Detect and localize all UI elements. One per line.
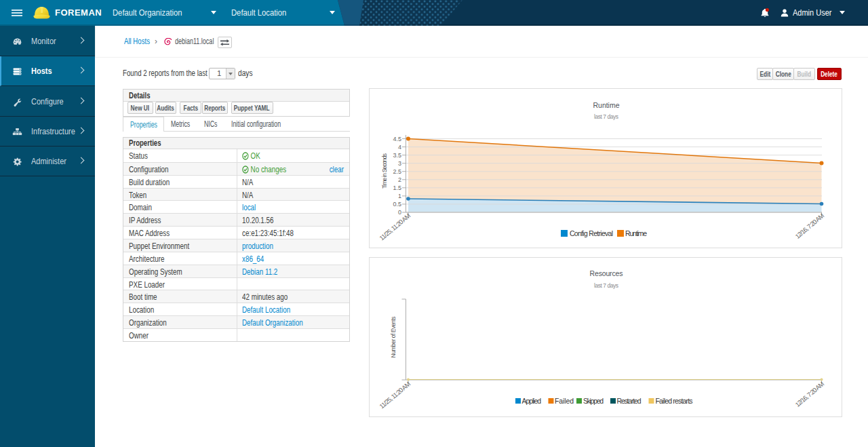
svg-text:last 7 days: last 7 days	[594, 282, 618, 289]
svg-text:Runtime: Runtime	[593, 101, 620, 109]
svg-text:2: 2	[398, 176, 401, 183]
svg-text:Failed: Failed	[555, 397, 574, 405]
svg-text:11/25, 11:20 AM: 11/25, 11:20 AM	[378, 380, 412, 410]
svg-text:Restarted: Restarted	[617, 397, 642, 405]
svg-text:12/16, 7:20 AM: 12/16, 7:20 AM	[793, 212, 825, 240]
svg-text:4: 4	[398, 144, 401, 151]
svg-text:Skipped: Skipped	[583, 397, 604, 405]
svg-text:0.5: 0.5	[393, 201, 401, 208]
svg-text:Failed restarts: Failed restarts	[656, 397, 693, 405]
svg-text:Config Retrieval: Config Retrieval	[570, 229, 613, 237]
svg-text:3: 3	[398, 160, 401, 167]
svg-text:Time in Seconds: Time in Seconds	[381, 153, 388, 189]
svg-text:last 7 days: last 7 days	[594, 113, 618, 120]
svg-text:4.5: 4.5	[393, 136, 401, 142]
svg-text:Resources: Resources	[590, 269, 623, 277]
svg-text:1.5: 1.5	[393, 184, 401, 191]
svg-text:2.5: 2.5	[393, 168, 401, 175]
svg-text:1: 1	[398, 193, 401, 199]
svg-text:Runtime: Runtime	[625, 229, 647, 237]
svg-text:11/25, 11:20 AM: 11/25, 11:20 AM	[378, 212, 412, 241]
svg-text:3.5: 3.5	[393, 152, 401, 159]
svg-text:12/16, 7:20 AM: 12/16, 7:20 AM	[793, 380, 825, 408]
svg-text:Applied: Applied	[522, 397, 542, 405]
svg-text:Number of Events: Number of Events	[390, 317, 397, 358]
svg-text:0: 0	[398, 209, 401, 216]
